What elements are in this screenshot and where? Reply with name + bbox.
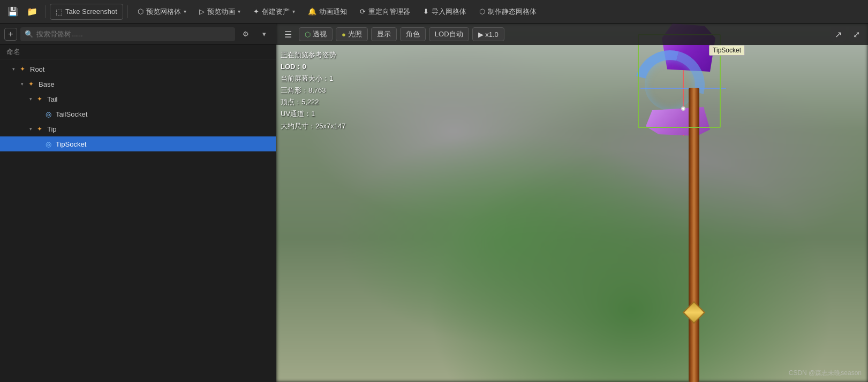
hamburger-icon: ☰ — [284, 29, 292, 40]
triangles-info: 三角形：8,763 — [281, 85, 345, 96]
shading-label: 透视 — [313, 29, 327, 39]
import-icon: ⬇ — [423, 7, 429, 16]
tree-item-base[interactable]: ▾ ✦ Base — [0, 77, 276, 91]
chevron-down-icon-3: ▾ — [292, 9, 295, 14]
left-topbar: + 🔍 ⚙ ▾ — [0, 24, 276, 45]
tip-socket-label: TipSocket — [709, 45, 745, 56]
toolbar-separator-2 — [127, 5, 128, 18]
preview-mesh-icon: ⬡ — [138, 7, 144, 16]
dimensions-info: 大约尺寸：25x7x147 — [281, 120, 345, 132]
chevron-down-icon: ▾ — [184, 9, 186, 14]
tree-item-tail[interactable]: ▾ ✦ Tail — [0, 91, 276, 106]
import-mesh-label: 导入网格体 — [432, 7, 466, 17]
plus-icon: + — [8, 29, 13, 39]
tree-item-label-tip: Tip — [47, 125, 57, 133]
top-toolbar: 💾 📁 ⬚ Take Screenshot ⬡ 预览网格体 ▾ ▷ 预览动画 ▾… — [0, 0, 868, 24]
lighting-icon: ● — [342, 30, 346, 39]
watermark: CSDN @森志未晚season — [789, 369, 862, 378]
bone-tree: ▾ ✦ Root ▾ ✦ Base ▾ ✦ Tail — [0, 59, 276, 382]
anim-notify-button[interactable]: 🔔 动画通知 — [303, 4, 352, 20]
preview-anim-label: 预览动画 — [207, 7, 235, 17]
chevron-down-icon-2: ▾ — [238, 9, 240, 14]
play-label: ▶ x1.0 — [478, 30, 499, 39]
search-input[interactable] — [36, 30, 231, 38]
bone-icon-tip: ✦ — [35, 125, 44, 133]
left-panel: + 🔍 ⚙ ▾ 命名 ▾ ✦ Root — [0, 24, 276, 382]
spacer-tailsocket — [35, 110, 43, 118]
tree-item-tailsocket[interactable]: ◎ TailSocket — [0, 106, 276, 121]
tree-item-label-tailsocket: TailSocket — [56, 110, 87, 118]
selection-box — [638, 34, 721, 128]
lod-info: LOD：0 — [281, 61, 345, 73]
shading-icon: ⬡ — [305, 30, 311, 39]
settings-button[interactable]: ⚙ — [238, 27, 253, 42]
collapse-icon-base[interactable]: ▾ — [18, 80, 26, 88]
create-asset-icon: ✦ — [253, 7, 259, 16]
screen-size-info: 当前屏幕大小：1 — [281, 73, 345, 85]
import-mesh-button[interactable]: ⬇ 导入网格体 — [418, 4, 472, 20]
viewport-info: 正在预览参考姿势 LOD：0 当前屏幕大小：1 三角形：8,763 顶点：5,2… — [281, 49, 345, 132]
bone-icon-base: ✦ — [27, 80, 35, 88]
preview-anim-button[interactable]: ▷ 预览动画 ▾ — [194, 4, 246, 20]
preview-mesh-label: 预览网格体 — [146, 7, 181, 17]
take-screenshot-button[interactable]: ⬚ Take Screenshot — [50, 4, 123, 20]
main-content: + 🔍 ⚙ ▾ 命名 ▾ ✦ Root — [0, 24, 868, 382]
viewport-background — [276, 24, 868, 382]
make-static-icon: ⬡ — [479, 7, 485, 16]
viewport-toolbar-right: ↗ ⤢ — [831, 27, 864, 42]
lod-label: LOD自动 — [435, 29, 463, 39]
show-button[interactable]: 显示 — [371, 27, 397, 41]
viewport-corner-btn-2[interactable]: ⤢ — [849, 27, 864, 42]
show-label: 显示 — [377, 29, 391, 39]
create-asset-button[interactable]: ✦ 创建资产 ▾ — [248, 4, 300, 20]
spacer-tipsocket — [35, 140, 43, 148]
lighting-label: 光照 — [348, 29, 362, 39]
viewport-toolbar: ☰ ⬡ 透视 ● 光照 显示 角色 LOD自动 ▶ x1.0 — [276, 24, 868, 45]
create-asset-label: 创建资产 — [262, 7, 290, 17]
viewport-corner-btn-1[interactable]: ↗ — [831, 27, 846, 42]
retarget-icon: ⟳ — [360, 7, 366, 16]
socket-icon-tipsocket: ◎ — [44, 140, 52, 148]
lod-button[interactable]: LOD自动 — [429, 27, 469, 41]
collapse-icon-tip[interactable]: ▾ — [27, 125, 34, 133]
tree-item-root[interactable]: ▾ ✦ Root — [0, 62, 276, 77]
bone-icon-root: ✦ — [18, 65, 27, 73]
make-static-button[interactable]: ⬡ 制作静态网格体 — [474, 4, 542, 20]
socket-icon-tailsocket: ◎ — [44, 110, 52, 118]
staff-shaft — [689, 88, 699, 382]
screenshot-label: Take Screenshot — [65, 7, 117, 16]
staff-ornament — [683, 296, 705, 328]
expand-button[interactable]: ▾ — [256, 27, 271, 42]
tree-item-label-tipsocket: TipSocket — [56, 140, 86, 148]
make-static-label: 制作静态网格体 — [488, 7, 537, 17]
tree-item-label-tail: Tail — [47, 95, 58, 103]
tree-item-tipsocket[interactable]: ◎ TipSocket — [0, 136, 276, 151]
search-icon: 🔍 — [25, 30, 33, 38]
chevron-icon: ▾ — [262, 30, 266, 38]
tree-item-tip[interactable]: ▾ ✦ Tip — [0, 121, 276, 136]
lighting-button[interactable]: ● 光照 — [336, 27, 368, 41]
preview-anim-icon: ▷ — [199, 7, 205, 16]
viewport-menu-button[interactable]: ☰ — [281, 27, 296, 42]
screenshot-icon: ⬚ — [56, 7, 63, 16]
save-button[interactable]: 💾 — [4, 3, 21, 20]
search-box[interactable]: 🔍 — [20, 27, 235, 41]
add-bone-button[interactable]: + — [4, 28, 17, 41]
toolbar-separator — [45, 5, 46, 18]
preview-mesh-button[interactable]: ⬡ 预览网格体 ▾ — [132, 4, 192, 20]
staff-diamond — [683, 301, 705, 324]
gear-icon: ⚙ — [243, 30, 249, 38]
tree-item-label-base: Base — [39, 80, 55, 88]
character-button[interactable]: 角色 — [400, 27, 426, 41]
play-button[interactable]: ▶ x1.0 — [472, 27, 504, 41]
preview-pose-label: 正在预览参考姿势 — [281, 49, 345, 61]
shading-button[interactable]: ⬡ 透视 — [299, 27, 333, 41]
folder-button[interactable]: 📁 — [24, 3, 41, 20]
bone-icon-tail: ✦ — [35, 95, 44, 103]
character-label: 角色 — [406, 29, 420, 39]
anim-notify-icon: 🔔 — [308, 7, 316, 16]
collapse-icon-tail[interactable]: ▾ — [27, 95, 34, 103]
collapse-icon-root[interactable]: ▾ — [10, 65, 17, 73]
retarget-manager-button[interactable]: ⟳ 重定向管理器 — [354, 4, 416, 20]
staff-3d-object: TipSocket — [627, 24, 761, 382]
